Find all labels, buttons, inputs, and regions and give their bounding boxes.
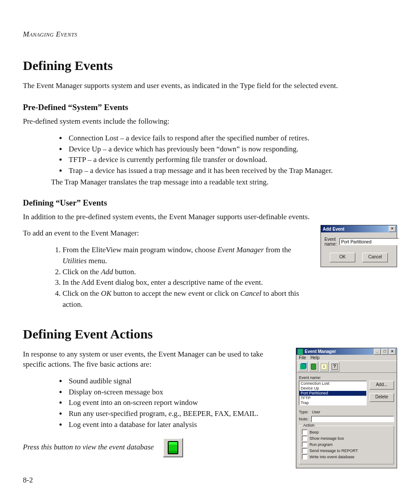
para-system-lead: Pre-defined system events include the fo… [23,117,397,127]
list-item: In the Add Event dialog box, enter a des… [63,277,313,288]
checkbox-send-report[interactable] [302,448,307,453]
system-events-list: Connection Lost – a device fails to resp… [23,133,397,177]
checkbox-label: Beep [309,430,319,434]
list-item: Click on the OK button to accept the new… [63,288,313,310]
note-input[interactable] [311,416,394,422]
list-item[interactable]: Trap [299,401,366,405]
type-value: User [312,410,321,414]
type-label: Type: [299,410,309,414]
subheading-user-events: Defining “User” Events [23,198,397,208]
checkbox-label: Show message box [309,436,344,441]
minimize-icon[interactable]: _ [374,349,381,355]
list-item: Display on-screen message box [67,387,288,398]
step-text: Click on the [63,268,101,276]
toolbar-help-button[interactable]: ? [330,362,339,372]
step-text: Click on the [63,289,101,298]
maximize-icon[interactable]: □ [381,349,388,355]
menu-file[interactable]: File [299,355,306,360]
list-item: Click on the Add button. [63,267,313,278]
para-system-tail: The Trap Manager translates the trap mes… [51,178,397,187]
user-events-steps: From the EliteView main program window, … [23,245,313,310]
checkbox-run-program[interactable] [302,442,307,447]
note-label: Note: [299,417,309,421]
dialog-titlebar[interactable]: Add Event × [321,225,397,232]
database-icon [168,441,178,454]
cards-icon [300,364,306,369]
menu-help[interactable]: Help [310,355,320,360]
cancel-button[interactable]: Cancel [362,253,388,262]
para-intro-1: The Event Manager supports system and us… [23,81,397,91]
checkbox-label: Run program [309,442,333,447]
event-db-caption: Press this button to view the event data… [23,443,154,451]
info-icon: i [321,364,327,370]
menu-bar: File Help [296,355,397,361]
event-name-input[interactable] [339,238,399,245]
page-number: 8-2 [23,476,33,485]
step-text: From the EliteView main program window, … [63,246,217,254]
subheading-system-events: Pre-Defined “System” Events [23,103,397,112]
step-text-italic: Cancel [240,289,262,298]
toolbar-info-button[interactable]: i [319,362,329,372]
checkbox-show-message[interactable] [302,436,307,441]
list-item: Log event into a database for later anal… [67,419,288,430]
close-icon[interactable]: × [389,226,396,232]
step-text: from the [264,246,291,254]
window-titlebar[interactable]: Event Manager _ □ × [296,348,397,355]
event-manager-window: Event Manager _ □ × File Help i ? Event … [296,348,397,468]
list-item: Connection Lost – a device fails to resp… [67,133,397,144]
window-title-text: Event Manager [305,349,336,354]
para-user-lead2: To add an event to the Event Manager: [23,228,313,239]
step-text-italic: Add [101,268,113,276]
checkbox-write-db[interactable] [302,454,307,460]
help-icon: ? [332,364,338,370]
dialog-title-text: Add Event [323,227,344,232]
list-item: Log event into an on-screen report windo… [67,397,288,408]
ok-button[interactable]: OK [330,253,355,262]
step-text: button. [113,268,136,276]
checkbox-label: Send message to REPORT [309,449,358,453]
step-text-italic: Event Manager [217,246,264,254]
list-item: Device Up – a device which has previousl… [67,144,397,155]
delete-button[interactable]: Delete [369,393,394,402]
checkbox-label: Write into event database [309,455,354,459]
list-item: TFTP – a device is currently performing … [67,155,397,166]
step-text: menu. [87,257,107,265]
event-name-list-label: Event name: [299,375,394,380]
para-user-lead: In addition to the pre-defined system ev… [23,212,397,222]
step-text: button to accept the new event or click … [111,289,240,298]
list-item[interactable]: TFTP [299,396,366,401]
heading-defining-event-actions: Defining Event Actions [23,327,397,342]
database-icon [311,364,316,370]
list-item: Trap – a device has issued a trap messag… [67,166,397,177]
add-button[interactable]: Add... [369,381,394,390]
action-group: Action Beep Show message box Run program… [299,426,394,464]
toolbar-events-button[interactable] [298,362,308,372]
close-icon[interactable]: × [389,349,396,355]
actions-list: Sound audible signal Display on-screen m… [23,376,288,430]
checkbox-beep[interactable] [302,430,307,435]
running-head: Managing Events [23,30,397,39]
action-legend: Action [302,423,316,427]
event-name-label: Event name: [324,237,337,246]
para-actions-intro: In response to any system or user events… [23,349,288,370]
app-icon [297,349,303,355]
list-item[interactable]: Connection Lost [299,381,366,386]
step-text-italic: OK [101,289,111,298]
event-name-listbox[interactable]: Connection Lost Device Up Port Partition… [299,381,367,405]
list-item: Sound audible signal [67,376,288,387]
list-item: Run any user-specified program, e.g., BE… [67,408,288,419]
list-item[interactable]: Device Up [299,386,366,391]
heading-defining-events: Defining Events [23,58,397,73]
toolbar-database-button[interactable] [309,362,318,372]
toolbar: i ? [296,361,397,373]
list-item-selected[interactable]: Port Partitioned [299,391,366,396]
list-item: From the EliteView main program window, … [63,245,313,266]
add-event-dialog: Add Event × Event name: OK Cancel [321,225,397,267]
step-text-italic: Utilities [63,257,87,265]
view-event-database-button[interactable] [163,438,183,457]
